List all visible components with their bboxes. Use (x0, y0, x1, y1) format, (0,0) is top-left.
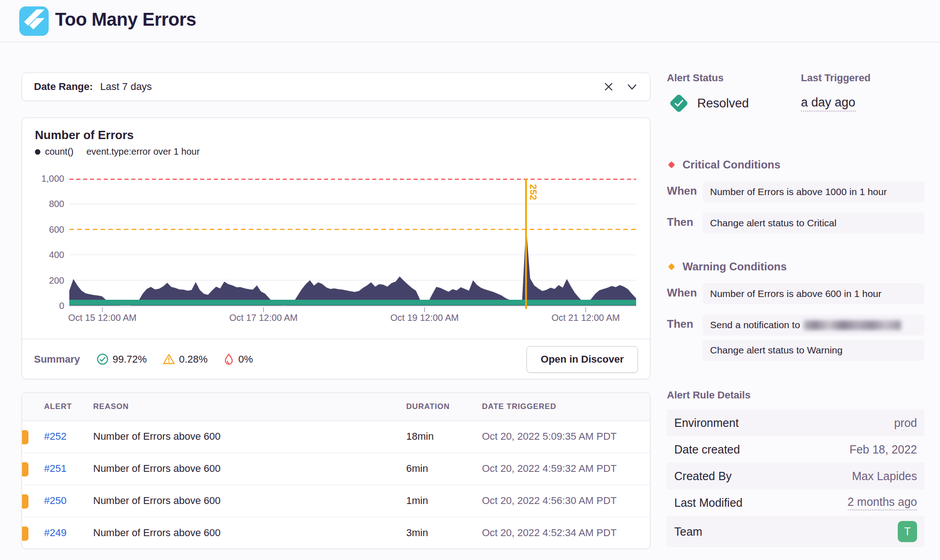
summary-label: Summary (34, 353, 80, 365)
y-axis-tick: 400 (22, 249, 64, 260)
date-range-value: Last 7 days (100, 81, 152, 93)
critical-when-condition: Number of Errors is above 1000 in 1 hour (703, 181, 924, 202)
alert-id-link[interactable]: #251 (44, 463, 67, 475)
date-created-value: Feb 18, 2022 (850, 443, 917, 456)
when-label: When (667, 283, 703, 299)
critical-diamond-icon (667, 160, 676, 169)
warning-then-notify: Send a notification to (703, 314, 924, 336)
column-duration: DURATION (406, 402, 450, 411)
table-header: ALERT REASON DURATION DATE TRIGGERED (22, 393, 650, 421)
platform-icon (19, 6, 49, 36)
alert-date-triggered: Oct 20, 2022 4:59:32 AM PDT (482, 463, 617, 475)
chart-title: Number of Errors (35, 128, 134, 142)
last-triggered-value[interactable]: a day ago (801, 95, 856, 112)
details-row-date-created: Date created Feb 18, 2022 (667, 436, 924, 463)
alert-status-value: Resolved (697, 96, 749, 111)
svg-text:252: 252 (528, 184, 539, 200)
alert-reason: Number of Errors above 600 (93, 463, 221, 475)
alert-duration: 6min (406, 463, 428, 475)
alert-id-link[interactable]: #252 (44, 431, 67, 442)
x-axis-tick: Oct 15 12:00 AM (56, 313, 148, 323)
alert-date-triggered: Oct 20, 2022 4:56:30 AM PDT (482, 495, 617, 507)
warning-level-badge (22, 494, 28, 509)
x-axis-tick: Oct 19 12:00 AM (379, 313, 470, 323)
critical-conditions-heading: Critical Conditions (683, 158, 780, 171)
alert-duration: 18min (406, 431, 434, 442)
summary-resolved: 99.72% (96, 353, 147, 365)
y-axis-tick: 200 (22, 275, 64, 286)
triggered-alerts-table: ALERT REASON DURATION DATE TRIGGERED #25… (22, 392, 650, 549)
resolved-diamond-icon (667, 91, 691, 115)
warning-then-status: Change alert status to Warning (703, 340, 924, 361)
status-section: Alert Status Resolved Last Triggered a d… (667, 72, 924, 115)
last-triggered-heading: Last Triggered (801, 72, 924, 84)
alert-rule-details-heading: Alert Rule Details (667, 389, 924, 401)
then-label: Then (667, 213, 703, 229)
column-date-triggered: DATE TRIGGERED (482, 402, 556, 411)
alert-status-heading: Alert Status (667, 72, 801, 84)
warning-diamond-icon (667, 262, 676, 271)
open-in-discover-button[interactable]: Open in Discover (526, 346, 638, 373)
alert-reason: Number of Errors above 600 (93, 495, 221, 507)
alert-details-sidebar: Alert Status Resolved Last Triggered a d… (667, 72, 924, 547)
chevron-down-icon[interactable] (626, 81, 638, 93)
alert-date-triggered: Oct 20, 2022 5:09:35 AM PDT (482, 431, 617, 442)
summary-critical: 0% (223, 353, 253, 366)
errors-area-chart[interactable]: 252 (69, 179, 636, 316)
date-range-selector[interactable]: Date Range: Last 7 days (22, 73, 650, 101)
alert-date-triggered: Oct 20, 2022 4:52:34 AM PDT (482, 527, 617, 539)
warning-conditions-heading: Warning Conditions (683, 260, 787, 273)
alert-id-link[interactable]: #250 (44, 495, 67, 507)
y-axis-tick: 800 (22, 198, 64, 209)
page-title: Too Many Errors (55, 9, 196, 30)
summary-warning: 0.28% (162, 353, 207, 365)
series-dot-icon (35, 149, 40, 155)
team-avatar-badge[interactable]: T (898, 521, 917, 542)
table-row: #252 Number of Errors above 600 18min Oc… (22, 421, 650, 453)
details-row-environment: Environment prod (667, 409, 924, 436)
legend-series: count() (45, 146, 73, 157)
warning-triangle-icon (162, 353, 175, 365)
alert-rule-details-section: Alert Rule Details Environment prod Date… (667, 389, 924, 547)
x-axis-tick: Oct 17 12:00 AM (218, 313, 309, 323)
details-row-team: Team T (667, 516, 924, 547)
details-row-last-modified: Last Modified 2 months ago (667, 489, 924, 516)
alert-duration: 1min (406, 495, 428, 507)
when-label: When (667, 181, 703, 197)
alert-reason: Number of Errors above 600 (93, 527, 221, 539)
alert-id-link[interactable]: #249 (44, 527, 67, 539)
warning-conditions-section: Warning Conditions When Number of Errors… (667, 260, 924, 361)
critical-conditions-section: Critical Conditions When Number of Error… (667, 158, 924, 234)
clear-icon[interactable] (603, 81, 614, 92)
alert-reason: Number of Errors above 600 (93, 431, 221, 442)
y-axis-tick: 1,000 (22, 173, 64, 184)
chart-legend: count() event.type:error over 1 hour (35, 146, 200, 157)
environment-value: prod (894, 416, 917, 430)
legend-query: event.type:error over 1 hour (86, 146, 200, 157)
y-axis-tick: 0 (22, 300, 64, 311)
x-axis-tick: Oct 21 12:00 AM (540, 313, 632, 323)
warning-level-badge (22, 430, 28, 444)
created-by-value: Max Lapides (852, 470, 917, 483)
errors-chart-card: Number of Errors count() event.type:erro… (22, 118, 650, 379)
check-circle-icon (96, 353, 109, 365)
warning-when-condition: Number of Errors is above 600 in 1 hour (703, 283, 924, 304)
column-alert: ALERT (44, 402, 72, 411)
chart-summary-footer: Summary 99.72% 0.28% 0% Open in Discov (22, 339, 650, 379)
table-row: #250 Number of Errors above 600 1min Oct… (22, 485, 650, 517)
then-label: Then (667, 314, 703, 330)
critical-then-action: Change alert status to Critical (703, 213, 924, 234)
fire-icon (223, 353, 235, 366)
table-row: #251 Number of Errors above 600 6min Oct… (22, 453, 650, 485)
alert-duration: 3min (406, 527, 428, 539)
redacted-notification-target (804, 320, 901, 330)
warning-level-badge (22, 462, 28, 476)
date-range-label: Date Range: (34, 81, 93, 93)
app-header: Too Many Errors (0, 0, 940, 42)
details-row-created-by: Created By Max Lapides (667, 463, 924, 489)
last-modified-value[interactable]: 2 months ago (848, 495, 918, 510)
warning-level-badge (22, 526, 28, 541)
column-reason: REASON (93, 402, 129, 411)
table-row: #249 Number of Errors above 600 3min Oct… (22, 517, 650, 549)
y-axis-tick: 600 (22, 224, 64, 235)
